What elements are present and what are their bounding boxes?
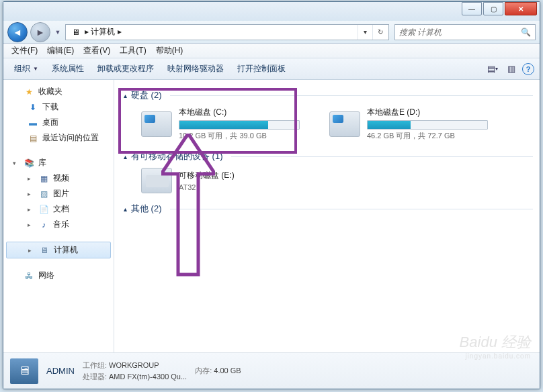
removable-icon	[141, 168, 172, 193]
back-button[interactable]: ◄	[7, 22, 28, 42]
sidebar-item-network[interactable]: 🖧网络	[3, 268, 114, 283]
favorites-group[interactable]: ★收藏夹	[3, 84, 114, 99]
drive-e[interactable]: 可移动磁盘 (E:) AT32	[141, 168, 309, 193]
capacity-bar-c	[179, 120, 300, 130]
preview-pane-button[interactable]: ▥	[503, 61, 519, 77]
system-properties-button[interactable]: 系统属性	[45, 60, 91, 77]
menu-file[interactable]: 文件(F)	[7, 44, 42, 58]
address-text: ▸ 计算机 ▸	[85, 26, 358, 38]
details-pane: 🖥 ADMIN 工作组: WORKGROUP 处理器: AMD FX(tm)-4…	[3, 352, 540, 389]
address-bar[interactable]: 🖥 ▸ 计算机 ▸ ▾ ↻	[65, 24, 389, 40]
view-mode-button[interactable]: ▤▾	[485, 61, 501, 77]
search-icon: 🔍	[521, 28, 531, 37]
title-bar: — ▢ ✕	[3, 2, 540, 21]
hdd-icon	[329, 111, 360, 137]
capacity-bar-d	[367, 120, 488, 130]
drive-d[interactable]: 本地磁盘E (D:) 46.2 GB 可用，共 72.7 GB	[329, 107, 497, 141]
sidebar-item-desktop[interactable]: ▬桌面	[3, 115, 114, 130]
category-other[interactable]: ▴其他 (2)	[124, 203, 533, 215]
menu-view[interactable]: 查看(V)	[79, 44, 114, 58]
search-input[interactable]	[399, 28, 521, 37]
explorer-window: — ▢ ✕ ◄ ► ▼ 🖥 ▸ 计算机 ▸ ▾ ↻ 🔍 文件(F) 编辑(E) …	[3, 1, 540, 389]
maximize-button[interactable]: ▢	[483, 2, 503, 15]
command-bar: 组织▼ 系统属性 卸载或更改程序 映射网络驱动器 打开控制面板 ▤▾ ▥ ?	[3, 58, 540, 80]
forward-button[interactable]: ►	[30, 22, 50, 42]
sidebar-item-videos[interactable]: ▸▦视频	[3, 170, 114, 186]
menu-bar: 文件(F) 编辑(E) 查看(V) 工具(T) 帮助(H)	[3, 44, 540, 58]
help-button[interactable]: ?	[522, 63, 534, 75]
organize-button[interactable]: 组织▼	[7, 60, 45, 77]
open-control-panel-button[interactable]: 打开控制面板	[231, 60, 292, 77]
nav-history-dropdown[interactable]: ▼	[53, 24, 62, 40]
computer-large-icon: 🖥	[10, 358, 38, 384]
map-network-drive-button[interactable]: 映射网络驱动器	[161, 60, 231, 77]
sidebar-item-downloads[interactable]: ⬇下载	[3, 99, 114, 115]
menu-help[interactable]: 帮助(H)	[152, 44, 187, 58]
computer-icon: 🖥	[70, 26, 82, 38]
close-button[interactable]: ✕	[505, 2, 537, 15]
category-hdd[interactable]: ▴硬盘 (2)	[124, 89, 533, 101]
sidebar-item-pictures[interactable]: ▸▨图片	[3, 186, 114, 201]
sidebar-item-music[interactable]: ▸♪音乐	[3, 217, 114, 232]
refresh-button[interactable]: ↻	[372, 25, 387, 40]
category-removable[interactable]: ▴有可移动存储的设备 (1)	[124, 150, 533, 162]
address-dropdown[interactable]: ▾	[358, 25, 372, 40]
sidebar-item-computer[interactable]: ▸🖥计算机	[6, 242, 111, 258]
menu-edit[interactable]: 编辑(E)	[43, 44, 78, 58]
content-area: ▴硬盘 (2) 本地磁盘 (C:) 10.2 GB 可用，共 39.0 GB 本…	[114, 80, 540, 352]
navigation-pane: ★收藏夹 ⬇下载 ▬桌面 ▤最近访问的位置 ▾📚库 ▸▦视频 ▸▨图片 ▸📄文档…	[3, 80, 114, 352]
details-name: ADMIN	[46, 366, 75, 376]
nav-bar: ◄ ► ▼ 🖥 ▸ 计算机 ▸ ▾ ↻ 🔍	[3, 21, 540, 44]
menu-tools[interactable]: 工具(T)	[116, 44, 150, 58]
libraries-group[interactable]: ▾📚库	[3, 155, 114, 170]
sidebar-item-recent[interactable]: ▤最近访问的位置	[3, 130, 114, 146]
sidebar-item-documents[interactable]: ▸📄文档	[3, 201, 114, 217]
hdd-icon	[141, 111, 172, 137]
drive-c[interactable]: 本地磁盘 (C:) 10.2 GB 可用，共 39.0 GB	[141, 107, 309, 141]
minimize-button[interactable]: —	[462, 2, 482, 15]
uninstall-programs-button[interactable]: 卸载或更改程序	[91, 60, 161, 77]
search-box[interactable]: 🔍	[394, 24, 536, 40]
